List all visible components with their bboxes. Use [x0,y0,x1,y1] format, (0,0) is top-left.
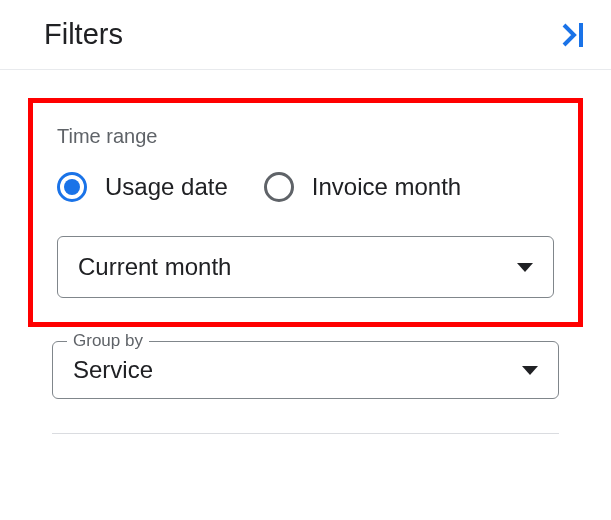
radio-unselected-icon [264,172,294,202]
svg-rect-0 [579,23,583,47]
time-period-select[interactable]: Current month [57,236,554,298]
chevron-down-icon [517,263,533,272]
group-by-select[interactable]: Group by Service [52,341,559,399]
section-divider [52,433,559,434]
time-range-radio-group: Usage date Invoice month [57,172,554,202]
usage-date-label: Usage date [105,173,228,201]
invoice-month-radio[interactable]: Invoice month [264,172,461,202]
panel-title: Filters [44,18,123,51]
group-by-value: Service [73,356,153,384]
collapse-panel-icon[interactable] [561,20,587,50]
usage-date-radio[interactable]: Usage date [57,172,228,202]
time-range-label: Time range [57,125,554,148]
time-range-highlight: Time range Usage date Invoice month Curr… [28,98,583,327]
filters-panel: Filters Time range Usage date Invoice mo… [0,0,611,434]
group-by-legend: Group by [67,331,149,351]
invoice-month-label: Invoice month [312,173,461,201]
group-by-wrap: Group by Service [28,341,583,399]
chevron-down-icon [522,366,538,375]
time-period-value: Current month [78,253,231,281]
radio-selected-icon [57,172,87,202]
panel-content: Time range Usage date Invoice month Curr… [0,70,611,434]
panel-header: Filters [0,0,611,70]
